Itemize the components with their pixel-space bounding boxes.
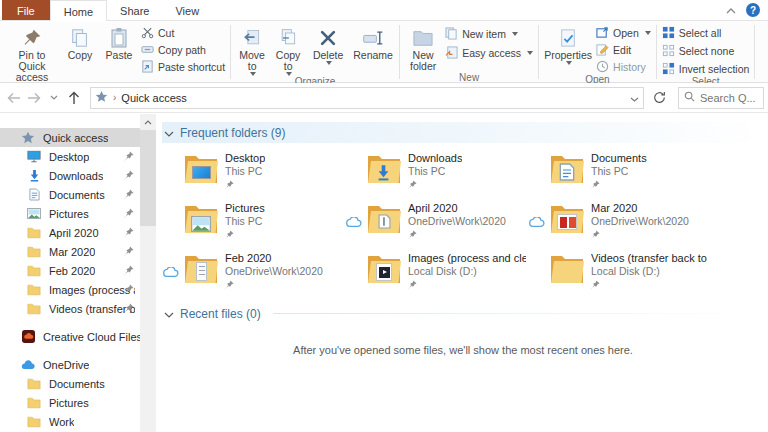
select-all-icon: [662, 26, 675, 41]
address-box[interactable]: › Quick access: [90, 87, 644, 109]
history-icon: [596, 60, 609, 75]
sidebar-item-images[interactable]: Images (process and: [0, 280, 140, 299]
rename-icon: [362, 25, 384, 50]
folder-tile-images[interactable]: Images (process and clean) Local Disk (D…: [345, 252, 528, 293]
scrollbar-up-icon[interactable]: [140, 114, 156, 130]
pin-icon: [124, 284, 134, 296]
tab-share[interactable]: Share: [107, 0, 162, 20]
select-none-button[interactable]: Select none: [662, 44, 750, 58]
sidebar-item-mar-2020[interactable]: Mar 2020: [0, 242, 140, 261]
address-dropdown-icon[interactable]: [630, 92, 639, 104]
recent-locations-dropdown[interactable]: [46, 95, 62, 100]
folder-icon: [549, 253, 585, 285]
sidebar-item-videos[interactable]: Videos (transfer back: [0, 299, 140, 318]
edit-button[interactable]: Edit: [596, 43, 651, 57]
pin-icon: [591, 179, 647, 192]
folder-tile-feb-2020[interactable]: Feb 2020 OneDrive\Work\2020: [162, 252, 345, 293]
up-button[interactable]: [66, 91, 82, 105]
sidebar-item-onedrive-work[interactable]: Work: [0, 412, 140, 431]
copy-to-button[interactable]: Copy to: [270, 23, 306, 76]
delete-button[interactable]: Delete: [306, 23, 350, 65]
rename-button[interactable]: Rename: [350, 23, 396, 61]
pin-icon: [124, 227, 134, 239]
scrollbar-thumb[interactable]: [140, 130, 156, 226]
pin-icon: [408, 279, 526, 292]
folder-tile-mar-2020[interactable]: Mar 2020 OneDrive\Work\2020: [528, 202, 711, 243]
chevron-down-icon[interactable]: [164, 126, 174, 140]
folder-tile-documents[interactable]: Documents This PC: [528, 152, 711, 193]
folder-icon: [183, 203, 219, 235]
folder-icon: [26, 263, 42, 279]
move-to-icon: [242, 25, 262, 50]
new-item-button[interactable]: New item: [445, 27, 533, 41]
sidebar-item-documents[interactable]: Documents: [0, 185, 140, 204]
copy-button[interactable]: Copy: [61, 23, 99, 61]
pin-to-quick-access-button[interactable]: Pin to Quick access: [3, 23, 61, 83]
pin-icon: [408, 179, 462, 192]
cut-button[interactable]: Cut: [141, 26, 225, 40]
sidebar-item-onedrive[interactable]: OneDrive: [0, 355, 140, 374]
copy-icon: [70, 25, 90, 50]
image-thumbnails-icon: [557, 214, 577, 230]
folder-icon: [366, 153, 402, 185]
easy-access-icon: [445, 46, 458, 61]
delete-x-icon: [318, 25, 338, 50]
sidebar-item-quick-access[interactable]: Quick access: [0, 128, 140, 147]
copy-to-icon: [278, 25, 298, 50]
copy-path-button[interactable]: Copy path: [141, 43, 225, 57]
photo-icon: [190, 216, 212, 234]
address-bar: › Quick access Search Q...: [0, 83, 768, 113]
folder-tile-desktop[interactable]: Desktop This PC: [162, 152, 345, 193]
sidebar-item-downloads[interactable]: Downloads: [0, 166, 140, 185]
onedrive-status-cloud-icon: [162, 252, 183, 293]
sidebar-item-onedrive-pictures[interactable]: Pictures: [0, 393, 140, 412]
search-input[interactable]: Search Q...: [678, 87, 764, 109]
chevron-down-icon[interactable]: [164, 307, 174, 321]
move-to-button[interactable]: Move to: [234, 23, 270, 76]
folder-icon: [26, 225, 42, 241]
scissors-icon: [141, 26, 154, 41]
paste-button[interactable]: Paste: [99, 23, 139, 61]
folder-tile-videos[interactable]: Videos (transfer back to st... Local Dis…: [528, 252, 711, 293]
help-icon[interactable]: ?: [746, 3, 760, 17]
paste-shortcut-button[interactable]: Paste shortcut: [141, 60, 225, 74]
sidebar-item-onedrive-documents[interactable]: Documents: [0, 374, 140, 393]
refresh-button[interactable]: [648, 87, 670, 109]
new-folder-button[interactable]: New folder: [403, 23, 443, 72]
folder-icon: [183, 253, 219, 285]
pin-icon: [124, 265, 134, 277]
breadcrumb[interactable]: Quick access: [121, 92, 186, 104]
content-pane: Frequent folders (9) Desktop This PC: [156, 114, 768, 432]
tab-file[interactable]: File: [2, 0, 50, 20]
sidebar-item-april-2020[interactable]: April 2020: [0, 223, 140, 242]
sidebar-scrollbar[interactable]: [140, 114, 156, 432]
ribbon-tab-bar: File Home Share View ?: [0, 0, 768, 21]
frequent-folders-grid: Desktop This PC Downloads This PC: [162, 143, 764, 303]
forward-button[interactable]: [26, 92, 42, 104]
tab-home[interactable]: Home: [50, 0, 107, 21]
folder-icon: [366, 203, 402, 235]
back-button[interactable]: [6, 92, 22, 104]
pin-icon: [124, 170, 134, 182]
recent-files-header[interactable]: Recent files (0): [162, 303, 764, 324]
folder-tile-pictures[interactable]: Pictures This PC: [162, 202, 345, 243]
invert-selection-button[interactable]: Invert selection: [662, 62, 750, 76]
sidebar-item-pictures[interactable]: Pictures: [0, 204, 140, 223]
minimize-ribbon-icon[interactable]: [726, 4, 736, 16]
sidebar-item-creative-cloud-files[interactable]: Creative Cloud Files: [0, 327, 140, 346]
sidebar-item-desktop[interactable]: Desktop: [0, 147, 140, 166]
folder-tile-downloads[interactable]: Downloads This PC: [345, 152, 528, 193]
properties-button[interactable]: Properties: [542, 23, 594, 65]
select-all-button[interactable]: Select all: [662, 26, 750, 40]
ribbon-group-open: Properties Open Edit History: [539, 22, 656, 82]
open-button[interactable]: Open: [596, 26, 651, 40]
history-button[interactable]: History: [596, 60, 651, 74]
pin-icon: [408, 229, 506, 242]
frequent-folders-header[interactable]: Frequent folders (9): [162, 122, 764, 143]
search-icon: [684, 91, 695, 104]
folder-tile-april-2020[interactable]: April 2020 OneDrive\Work\2020: [345, 202, 528, 243]
tab-view[interactable]: View: [162, 0, 212, 20]
sidebar-item-feb-2020[interactable]: Feb 2020: [0, 261, 140, 280]
easy-access-button[interactable]: Easy access: [445, 46, 533, 60]
quick-access-star-icon: [95, 90, 108, 105]
